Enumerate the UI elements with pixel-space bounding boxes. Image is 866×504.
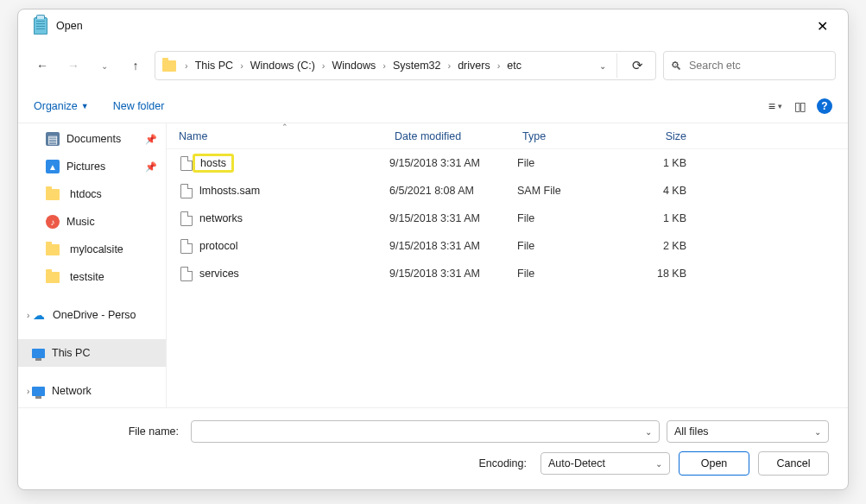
file-row[interactable]: protocol9/15/2018 3:31 AMFile2 KB [167,232,848,260]
sidebar-item-label: Music [66,216,95,228]
file-row[interactable]: hosts9/15/2018 3:31 AMFile1 KB [167,149,848,177]
file-date: 9/15/2018 3:31 AM [389,212,517,224]
file-name: protocol [199,240,237,252]
pin-icon: 📌 [145,161,157,173]
sidebar-item-music[interactable]: ♪ Music [18,208,166,236]
address-dropdown[interactable]: ⌄ [596,61,610,71]
view-menu[interactable]: ≡ ▾ [768,99,782,113]
sidebar-item-label: Network [52,385,92,397]
open-button[interactable]: Open [679,451,749,476]
network-icon [32,387,45,396]
search-input[interactable] [689,60,828,72]
pc-icon [32,349,45,358]
address-bar[interactable]: › This PC › Windows (C:) › Windows › Sys… [155,51,656,80]
sidebar-item-thispc[interactable]: This PC [18,339,166,367]
chevron-icon[interactable]: › [320,60,327,71]
breadcrumb[interactable]: System32 [391,60,443,72]
open-dialog: Open ✕ ← → ⌄ ↑ › This PC › Windows (C:) … [17,9,849,490]
chevron-down-icon: ⌄ [814,427,821,437]
sidebar-item-label: Documents [66,133,121,145]
file-icon [180,156,193,171]
folder-icon [46,272,60,283]
sidebar-item-htdocs[interactable]: htdocs [18,180,166,208]
file-row[interactable]: lmhosts.sam6/5/2021 8:08 AMSAM File4 KB [167,177,848,205]
cloud-icon: ☁ [32,308,46,322]
file-icon [180,184,193,198]
column-size[interactable]: Size [617,130,692,142]
refresh-button[interactable]: ⟳ [624,53,650,79]
file-type: File [517,268,617,280]
bottom-panel: File name: ⌄ All files ⌄ Encoding: Auto-… [18,407,848,489]
filetype-combo[interactable]: All files ⌄ [667,420,829,443]
file-name: services [199,268,239,280]
recent-dropdown[interactable]: ⌄ [92,54,117,78]
search-icon: 🔍︎ [671,60,682,72]
breadcrumb[interactable]: Windows [330,60,377,72]
file-size: 2 KB [617,240,692,252]
file-date: 9/15/2018 3:31 AM [389,157,517,169]
new-folder-button[interactable]: New folder [113,100,165,112]
close-button[interactable]: ✕ [803,13,841,39]
filetype-value: All files [674,425,709,438]
sidebar-item-pictures[interactable]: ▲ Pictures 📌 [18,153,166,180]
forward-button[interactable]: → [61,54,85,78]
chevron-icon[interactable]: › [496,60,503,71]
sidebar-item-documents[interactable]: ▤ Documents 📌 [18,125,166,153]
cancel-button[interactable]: Cancel [758,451,829,476]
chevron-icon[interactable]: › [183,60,190,71]
column-name[interactable]: ⌃ Name [174,130,389,142]
expand-icon[interactable]: › [27,387,29,396]
file-row[interactable]: networks9/15/2018 3:31 AMFile1 KB [167,205,848,232]
chevron-icon[interactable]: › [446,60,452,71]
breadcrumb[interactable]: drivers [456,60,492,72]
file-row[interactable]: services9/15/2018 3:31 AMFile18 KB [167,260,848,287]
sidebar: ▤ Documents 📌 ▲ Pictures 📌 htdocs ♪ Musi… [18,123,167,407]
sidebar-item-testsite[interactable]: testsite [18,263,166,291]
sidebar-item-onedrive[interactable]: › ☁ OneDrive - Perso [18,301,166,329]
up-button[interactable]: ↑ [123,54,148,78]
file-type: File [517,240,617,252]
document-icon: ▤ [46,132,60,146]
sidebar-item-label: Pictures [66,161,105,173]
file-date: 6/5/2021 8:08 AM [389,185,517,197]
column-date[interactable]: Date modified [389,130,517,142]
nav-row: ← → ⌄ ↑ › This PC › Windows (C:) › Windo… [18,42,848,89]
file-list: hosts9/15/2018 3:31 AMFile1 KBlmhosts.sa… [167,149,848,407]
chevron-down-icon: ⌄ [655,459,662,469]
chevron-icon[interactable]: › [381,60,388,71]
sidebar-item-label: This PC [52,347,90,359]
file-type: File [517,157,617,169]
file-icon [180,211,193,226]
file-size: 4 KB [617,185,692,197]
sort-asc-icon: ⌃ [281,123,288,131]
preview-pane-button[interactable]: ▯▯ [794,99,805,113]
sidebar-item-label: testsite [70,271,104,283]
filename-label: File name: [37,425,184,438]
organize-label: Organize [34,100,78,112]
file-size: 1 KB [617,212,692,224]
music-icon: ♪ [46,215,60,229]
column-type[interactable]: Type [517,130,617,142]
encoding-combo[interactable]: Auto-Detect ⌄ [540,452,670,475]
organize-menu[interactable]: Organize ▼ [34,100,89,112]
breadcrumb[interactable]: This PC [193,60,235,72]
chevron-icon[interactable]: › [238,60,245,71]
file-type: File [517,212,617,224]
file-name: networks [199,212,243,224]
expand-icon[interactable]: › [27,311,29,320]
back-button[interactable]: ← [30,54,54,78]
filename-combo[interactable]: ⌄ [191,420,660,443]
sidebar-item-mylocalsite[interactable]: mylocalsite [18,236,166,263]
folder-icon [46,244,60,255]
breadcrumb[interactable]: Windows (C:) [249,60,317,72]
folder-icon [162,60,176,72]
pin-icon: 📌 [145,134,157,145]
help-button[interactable]: ? [817,98,832,114]
column-headers: ⌃ Name Date modified Type Size [167,123,848,149]
file-name: hosts [193,154,234,173]
sidebar-item-network[interactable]: › Network [18,377,166,405]
breadcrumb[interactable]: etc [505,60,523,72]
search-box[interactable]: 🔍︎ [663,51,836,80]
file-date: 9/15/2018 3:31 AM [389,240,517,252]
notepad-icon [34,17,47,35]
